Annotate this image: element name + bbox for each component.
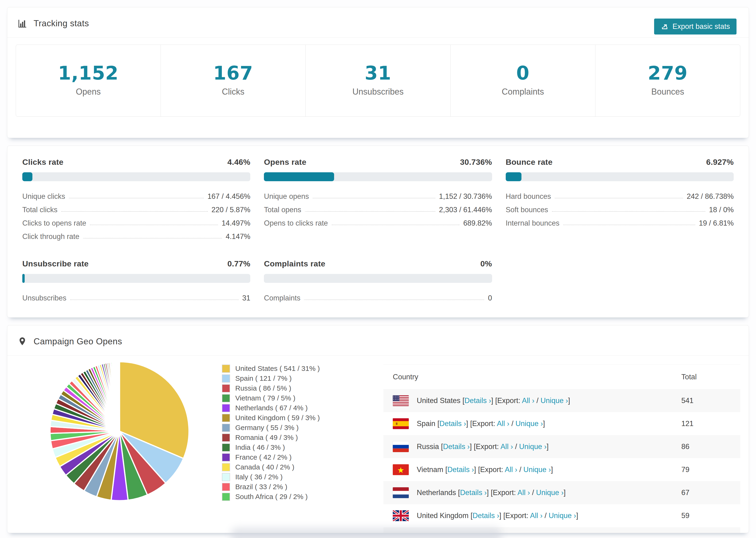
legend-swatch <box>222 463 230 471</box>
legend-swatch <box>222 374 230 383</box>
rate-row-label: Total opens <box>264 206 301 215</box>
rate-row-value: 220 / 5.87% <box>212 206 250 215</box>
rate-head: Opens rate30.736% <box>264 157 492 167</box>
legend-label: Vietnam ( 79 / 5% ) <box>235 394 296 402</box>
flag-gb-icon <box>393 510 409 521</box>
rate-row-value: 31 <box>242 294 250 303</box>
legend-label: Russia ( 86 / 5% ) <box>235 384 291 392</box>
export-all-link[interactable]: All › <box>530 511 542 520</box>
legend-label: Germany ( 55 / 3% ) <box>235 424 298 432</box>
rate-row-label: Clicks to opens rate <box>22 219 86 228</box>
rate-panel-clicks-rate: Clicks rate4.46%Unique clicks167 / 4.456… <box>22 157 250 241</box>
progress-bar-fill <box>264 172 334 181</box>
legend-label: Canada ( 40 / 2% ) <box>235 463 295 471</box>
country-cell-us: United States [Details ›] [Export: All ›… <box>383 389 672 412</box>
rate-row-value: 14.497% <box>222 219 250 228</box>
rate-rows: Hard bounces242 / 86.738%Soft bounces18 … <box>506 188 734 228</box>
geo-opens-title: Campaign Geo Opens <box>33 337 122 347</box>
country-name-and-links: Netherlands [Details ›] [Export: All › /… <box>417 488 566 497</box>
legend-item-canada: Canada ( 40 / 2% ) <box>222 462 320 472</box>
details-link[interactable]: Details › <box>447 465 474 474</box>
dotted-leader <box>552 211 705 212</box>
dotted-leader <box>563 225 695 225</box>
legend-item-spain: Spain ( 121 / 7% ) <box>222 373 320 383</box>
country-name-and-links: Russia [Details ›] [Export: All › / Uniq… <box>417 443 549 451</box>
rate-row-value: 2,303 / 61.446% <box>439 206 492 215</box>
export-unique-link[interactable]: Unique › <box>523 465 551 474</box>
rate-rows: Unsubscribes31 <box>22 290 250 303</box>
rate-row-value: 18 / 0% <box>709 206 734 215</box>
country-total: 121 <box>672 412 740 435</box>
rate-row-value: 19 / 6.81% <box>699 219 734 228</box>
stat-value: 0 <box>453 62 593 84</box>
details-link[interactable]: Details › <box>464 397 491 405</box>
legend-swatch <box>222 443 230 452</box>
table-header-row: Country Total <box>383 365 740 389</box>
legend-item-united-states: United States ( 541 / 31% ) <box>222 364 320 373</box>
country-column-header: Country <box>383 365 672 389</box>
export-all-link[interactable]: All › <box>497 419 509 428</box>
legend-item-germany: Germany ( 55 / 3% ) <box>222 423 320 433</box>
export-all-link[interactable]: All › <box>522 397 534 405</box>
legend-label: France ( 42 / 2% ) <box>235 453 292 461</box>
rate-value: 0% <box>480 259 492 268</box>
stat-label: Unsubscribes <box>308 87 448 97</box>
legend-swatch <box>222 384 230 393</box>
rate-title: Complaints rate <box>264 259 325 268</box>
details-link[interactable]: Details › <box>473 511 499 520</box>
rate-row-value: 0 <box>488 294 492 303</box>
legend-item-united-kingdom: United Kingdom ( 59 / 3% ) <box>222 413 320 423</box>
legend-item-romania: Romania ( 49 / 3% ) <box>222 433 320 443</box>
export-all-link[interactable]: All › <box>505 465 517 474</box>
summary-stat-clicks: 167Clicks <box>161 45 306 116</box>
export-unique-link[interactable]: Unique › <box>519 443 547 451</box>
legend-swatch <box>222 424 230 432</box>
legend-item-france: France ( 42 / 2% ) <box>222 452 320 462</box>
rate-row-value: 4.147% <box>226 232 250 241</box>
legend-label: South Africa ( 29 / 2% ) <box>235 493 307 501</box>
dotted-leader <box>70 299 239 300</box>
pie-slice-other[interactable] <box>119 362 120 431</box>
country-cell-content: Spain [Details ›] [Export: All › / Uniqu… <box>393 418 672 429</box>
table-row-ru: Russia [Details ›] [Export: All › / Uniq… <box>383 435 740 458</box>
geo-country-table: Country Total United States [Details ›] … <box>383 364 740 533</box>
country-total: 79 <box>672 458 740 481</box>
export-basic-stats-button[interactable]: Export basic stats <box>654 19 736 34</box>
rate-row: Internal bounces19 / 6.81% <box>506 215 734 228</box>
stat-label: Opens <box>18 87 158 97</box>
legend-label: Netherlands ( 67 / 4% ) <box>235 404 307 412</box>
rate-row-value: 167 / 4.456% <box>207 192 250 201</box>
flag-es-icon <box>393 418 409 429</box>
rate-title: Bounce rate <box>506 157 553 167</box>
rate-row-value: 1,152 / 30.736% <box>439 192 492 201</box>
summary-stat-complaints: 0Complaints <box>451 45 595 116</box>
legend-label: Spain ( 121 / 7% ) <box>235 374 292 382</box>
country-cell-content: Vietnam [Details ›] [Export: All › / Uni… <box>393 464 672 475</box>
rate-row: Total opens2,303 / 61.446% <box>264 201 492 215</box>
rate-rows: Unique opens1,152 / 30.736%Total opens2,… <box>264 188 492 228</box>
rate-rows: Unique clicks167 / 4.456%Total clicks220… <box>22 188 250 241</box>
rate-head: Bounce rate6.927% <box>506 157 734 167</box>
rate-value: 30.736% <box>460 157 492 167</box>
progress-bar <box>22 172 250 181</box>
export-all-link[interactable]: All › <box>517 488 530 497</box>
export-unique-link[interactable]: Unique › <box>549 511 576 520</box>
details-link[interactable]: Details › <box>440 419 466 428</box>
details-link[interactable]: Details › <box>460 488 487 497</box>
export-all-link[interactable]: All › <box>501 443 513 451</box>
dotted-leader <box>83 238 222 239</box>
legend-swatch <box>222 364 230 373</box>
progress-bar <box>264 172 492 181</box>
country-cell-content: Netherlands [Details ›] [Export: All › /… <box>393 487 672 498</box>
export-unique-link[interactable]: Unique › <box>536 488 564 497</box>
export-unique-link[interactable]: Unique › <box>540 397 568 405</box>
geo-opens-body: United States ( 541 / 31% )Spain ( 121 /… <box>7 355 749 533</box>
export-unique-link[interactable]: Unique › <box>515 419 543 428</box>
dotted-leader <box>555 198 683 198</box>
rate-row-value: 242 / 86.738% <box>687 192 734 201</box>
rate-row: Click through rate4.147% <box>22 228 250 241</box>
country-total: 67 <box>672 481 740 504</box>
rate-rows: Complaints0 <box>264 290 492 303</box>
details-link[interactable]: Details › <box>443 443 470 451</box>
geo-legend: United States ( 541 / 31% )Spain ( 121 /… <box>222 364 320 502</box>
